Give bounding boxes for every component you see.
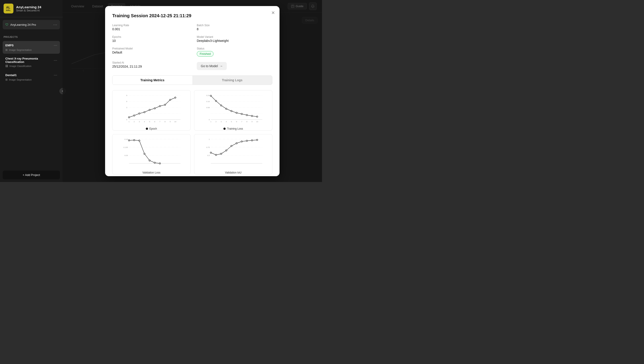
shield-icon: 🛡 [5, 23, 8, 27]
project-name: Dentail1 [5, 73, 17, 77]
app-logo: AL NRL [4, 4, 14, 14]
project-type: Image Classification [10, 65, 31, 67]
modal-tabs: Training Metrics Training Logs [112, 75, 272, 85]
learning-rate-value: 0.001 [112, 27, 188, 31]
modal-fields-grid: Learning Rate 0.001 Batch Size 8 Epochs … [112, 24, 272, 70]
svg-point-35 [164, 104, 166, 105]
modal-title: Training Session 2024-12-25 21:11:29 [112, 13, 272, 18]
svg-point-97 [241, 141, 242, 142]
started-at-label: Started At [112, 61, 188, 64]
svg-point-98 [246, 140, 248, 141]
training-session-modal: ✕ Training Session 2024-12-25 21:11:29 L… [105, 6, 280, 176]
svg-text:0.08: 0.08 [206, 107, 210, 109]
epoch-chart-svg: 9 6 3 0 1 2 3 4 5 6 7 8 9 [115, 93, 188, 124]
project-name: EMPS [5, 44, 14, 47]
go-to-model-button[interactable]: Go to Model → [197, 62, 227, 70]
batch-size-value: 8 [197, 27, 272, 31]
project-menu-icon[interactable]: ⋯ [54, 58, 57, 62]
modal-close-button[interactable]: ✕ [271, 11, 275, 15]
org-menu-icon[interactable]: ⋯ [53, 22, 57, 27]
svg-text:6: 6 [236, 121, 237, 123]
svg-point-37 [175, 97, 176, 98]
epoch-label: Epoch [149, 127, 157, 130]
training-loss-label: Training Loss [227, 127, 243, 130]
model-variant-label: Model Variant [197, 35, 272, 39]
project-item-emps[interactable]: EMPS ⋯ ⊞ Image Segmentation [3, 41, 60, 54]
svg-text:3: 3 [126, 107, 128, 109]
svg-text:0.16: 0.16 [206, 101, 210, 103]
svg-point-32 [149, 109, 150, 111]
charts-grid: 9 6 3 0 1 2 3 4 5 6 7 8 9 [112, 90, 272, 174]
svg-text:3: 3 [221, 121, 222, 123]
chart4-label: Validation IoU [225, 171, 242, 174]
add-project-button[interactable]: + Add Project [3, 170, 60, 179]
project-item-chest[interactable]: Chest X-ray Pneumonia Classification ⋯ 🖼… [3, 55, 60, 70]
pretrained-model-label: Pretrained Model [112, 47, 188, 50]
svg-point-62 [231, 110, 232, 112]
learning-rate-label: Learning Rate [112, 24, 188, 27]
svg-point-65 [246, 114, 248, 116]
svg-point-61 [226, 108, 227, 109]
epoch-chart: 9 6 3 0 1 2 3 4 5 6 7 8 9 [112, 90, 190, 130]
started-at-field: Started At 25/12/2024, 21:11:29 [112, 61, 188, 70]
main-content: Overview Dataset Training Models Guide D… [62, 0, 322, 182]
svg-point-60 [220, 105, 222, 106]
project-item-dentail[interactable]: Dentail1 ⋯ ⊞ Image Segmentation [3, 71, 60, 84]
svg-text:7: 7 [241, 121, 242, 123]
svg-text:0.18: 0.18 [124, 138, 128, 140]
projects-section-label: Projects [0, 32, 62, 40]
svg-text:0.09: 0.09 [124, 154, 128, 156]
svg-text:4: 4 [144, 121, 145, 123]
project-menu-icon[interactable]: ⋯ [54, 43, 57, 48]
training-loss-chart-title: Training Loss [197, 127, 270, 130]
validation-iou-chart: 1 0.75 0.5 [194, 134, 272, 174]
svg-point-31 [144, 111, 145, 113]
started-at-value: 25/12/2024, 21:11:29 [112, 65, 188, 68]
arrow-right-icon: → [220, 64, 223, 68]
org-name: AnyLearning 24 Pro [10, 23, 36, 27]
svg-point-77 [134, 139, 135, 141]
svg-text:7: 7 [160, 121, 160, 123]
validation-loss-chart-svg: 0.18 0.135 0.09 [115, 137, 188, 168]
batch-size-label: Batch Size [197, 24, 272, 27]
svg-text:6: 6 [154, 121, 156, 123]
training-loss-chart: 0.24 0.16 0.08 0 1 2 3 4 5 6 7 8 [194, 90, 272, 130]
svg-point-67 [256, 116, 258, 117]
org-selector[interactable]: 🛡 AnyLearning 24 Pro ⋯ [3, 20, 60, 29]
svg-text:9: 9 [126, 94, 128, 96]
chart-dot-icon [224, 128, 226, 130]
modal-overlay: ✕ Training Session 2024-12-25 21:11:29 L… [62, 0, 322, 182]
sidebar-footer: + Add Project [0, 168, 62, 182]
go-to-model-container: Go to Model → [197, 61, 272, 70]
image-icon: 🖼 [5, 65, 8, 68]
svg-point-30 [139, 113, 140, 114]
pretrained-model-value: Default [112, 51, 188, 54]
pretrained-model-field: Pretrained Model Default [112, 47, 188, 57]
sidebar: AL NRL AnyLearning 24 Smart & Secured AI… [0, 0, 62, 182]
projects-list: EMPS ⋯ ⊞ Image Segmentation Chest X-ray … [0, 40, 62, 84]
sidebar-header: AL NRL AnyLearning 24 Smart & Secured AI [0, 0, 62, 17]
svg-point-92 [215, 154, 217, 155]
svg-point-29 [134, 115, 135, 116]
layers-icon: ⊞ [5, 78, 8, 81]
svg-point-33 [154, 108, 156, 109]
tab-training-metrics[interactable]: Training Metrics [112, 76, 192, 85]
svg-text:5: 5 [149, 121, 150, 123]
svg-point-91 [210, 152, 212, 153]
svg-text:5: 5 [231, 121, 232, 123]
layers-icon: ⊞ [5, 48, 8, 52]
svg-text:8: 8 [246, 121, 248, 123]
tab-training-logs[interactable]: Training Logs [192, 76, 272, 85]
epochs-label: Epochs [112, 35, 188, 39]
svg-point-100 [256, 139, 258, 141]
app-subtitle: Smart & Secured AI [16, 9, 41, 12]
svg-text:2: 2 [216, 121, 217, 123]
svg-point-28 [128, 117, 130, 118]
svg-text:0: 0 [126, 119, 128, 121]
chart3-label: Validation Loss [142, 171, 160, 174]
project-menu-icon[interactable]: ⋯ [54, 73, 57, 77]
validation-loss-chart: 0.18 0.135 0.09 [112, 134, 190, 174]
svg-point-80 [149, 160, 150, 161]
svg-text:2: 2 [134, 121, 135, 123]
svg-point-78 [139, 140, 140, 141]
